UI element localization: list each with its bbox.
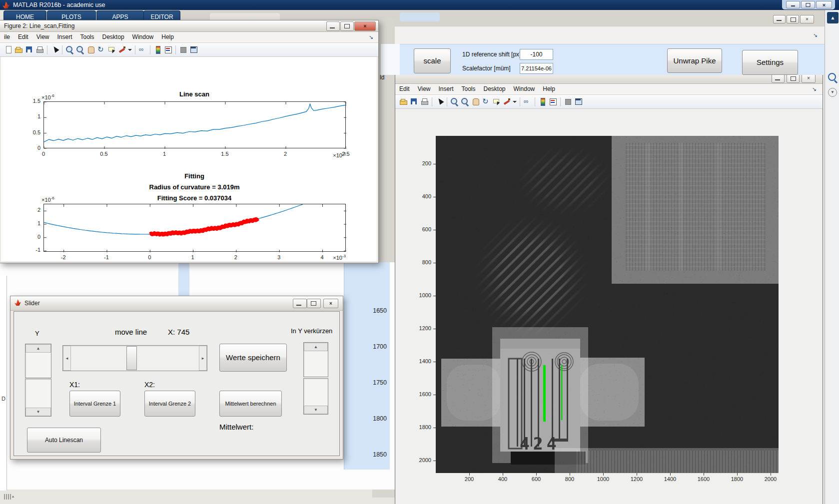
- figure2-close-button[interactable]: ×: [354, 21, 376, 31]
- dock-figure-icon[interactable]: [574, 97, 583, 106]
- zoom-in-icon[interactable]: [65, 45, 74, 54]
- menu-edit[interactable]: Edit: [395, 84, 414, 92]
- menu-tools[interactable]: Tools: [458, 84, 480, 92]
- cursor-arrow-icon[interactable]: [50, 45, 59, 54]
- right-figure-window: × ↘ EditViewInsertToolsDesktopWindowHelp: [395, 67, 823, 504]
- menu-insert[interactable]: Insert: [434, 84, 457, 92]
- docked-panel-strip[interactable]: D: [0, 276, 7, 491]
- menu-desktop[interactable]: Desktop: [480, 84, 510, 92]
- right-figure-close-button[interactable]: ×: [802, 74, 816, 83]
- settings-button[interactable]: Settings: [742, 50, 798, 75]
- insert-colorbar-icon[interactable]: [153, 45, 162, 54]
- menu-insert[interactable]: Insert: [53, 32, 76, 40]
- linescan-axes[interactable]: [43, 101, 346, 148]
- figure2-maximize-button[interactable]: [340, 21, 354, 31]
- menu-edit[interactable]: Edit: [14, 32, 32, 40]
- menu-help[interactable]: Help: [539, 84, 559, 92]
- x-tick-mark: [637, 473, 637, 476]
- menu-help[interactable]: Help: [157, 32, 178, 40]
- pan-hand-icon[interactable]: [471, 97, 480, 106]
- plot-browser-icon[interactable]: [178, 45, 188, 54]
- tick-label: 1200: [408, 325, 431, 331]
- zoom-out-icon[interactable]: [460, 97, 470, 106]
- print-icon[interactable]: [35, 45, 44, 54]
- slider-maximize-button[interactable]: [307, 299, 321, 308]
- menu-window[interactable]: Window: [510, 84, 539, 92]
- menu-ile[interactable]: ile: [0, 32, 14, 40]
- werte-speichern-button[interactable]: Werte speichern: [219, 344, 287, 372]
- print-icon[interactable]: [420, 97, 429, 106]
- save-icon[interactable]: [24, 45, 34, 54]
- menu-desktop[interactable]: Desktop: [98, 32, 128, 40]
- menu-tools[interactable]: Tools: [76, 32, 98, 40]
- plot-browser-icon[interactable]: [563, 97, 573, 106]
- move-line-slider[interactable]: ◂ ▸: [62, 345, 207, 371]
- brush-icon[interactable]: [502, 97, 512, 106]
- os-titlebar[interactable]: MATLAB R2016b - academic use ×: [0, 0, 839, 10]
- brush-icon[interactable]: [117, 45, 127, 54]
- right-figure-maximize-button[interactable]: [787, 74, 800, 83]
- slider-right-arrow[interactable]: ▸: [199, 346, 207, 371]
- slider-close-button[interactable]: ×: [323, 299, 338, 308]
- fitting-axes[interactable]: [43, 204, 346, 252]
- bg-window-minimize-button[interactable]: [773, 15, 786, 23]
- interval-grenze-1-button[interactable]: Interval Grenze 1: [69, 391, 120, 417]
- zoom-in-icon[interactable]: [450, 97, 459, 106]
- linescan-title: Line scan: [69, 90, 319, 98]
- open-folder-icon[interactable]: [399, 97, 408, 106]
- background-axis-list[interactable]: 16501700175018001850: [344, 262, 390, 470]
- auto-linescan-button[interactable]: Auto Linescan: [27, 428, 101, 453]
- dock-arrow-icon[interactable]: ↘: [369, 34, 373, 40]
- shorten-slider-up[interactable]: ▲: [303, 342, 328, 377]
- y-slider-up[interactable]: ▲: [25, 344, 51, 378]
- dropdown-arrow-icon[interactable]: [513, 97, 517, 106]
- mittelwert-berechnen-button[interactable]: Mittelwert berechnen: [219, 391, 282, 417]
- slider-left-arrow[interactable]: ◂: [63, 346, 71, 371]
- tick-label: 1800: [727, 476, 747, 482]
- dock-arrow-icon[interactable]: ↘: [813, 32, 818, 38]
- slider-thumb[interactable]: [126, 346, 137, 370]
- bg-window-maximize-button[interactable]: [787, 15, 799, 23]
- os-restore-button[interactable]: [801, 1, 815, 8]
- collapse-tab-icon[interactable]: ▲: [827, 12, 839, 23]
- zoom-out-icon[interactable]: [75, 45, 85, 54]
- insert-legend-icon[interactable]: [163, 45, 173, 54]
- scale-button[interactable]: scale: [414, 48, 451, 73]
- new-doc-icon[interactable]: [3, 45, 13, 54]
- insert-colorbar-icon[interactable]: [538, 97, 547, 106]
- rotate-3d-icon[interactable]: [96, 45, 106, 54]
- data-cursor-icon[interactable]: [492, 97, 501, 106]
- figure2-titlebar[interactable]: Figure 2: Line_scan,Fitting: [0, 20, 378, 32]
- chevron-down-circle-icon[interactable]: ▼: [828, 88, 837, 97]
- insert-legend-icon[interactable]: [548, 97, 558, 106]
- unwrap-pike-button[interactable]: Unwrap Pike: [667, 48, 722, 73]
- right-figure-minimize-button[interactable]: [772, 74, 785, 83]
- data-cursor-icon[interactable]: [107, 45, 116, 54]
- ref-shift-input[interactable]: [520, 49, 553, 60]
- link-plots-icon[interactable]: [138, 45, 147, 54]
- figure2-minimize-button[interactable]: [326, 21, 340, 31]
- os-minimize-button[interactable]: [786, 1, 800, 8]
- y-slider-down[interactable]: ▼: [25, 379, 51, 417]
- menu-view[interactable]: View: [414, 84, 435, 92]
- save-icon[interactable]: [409, 97, 419, 106]
- dropdown-arrow-icon[interactable]: [128, 45, 132, 54]
- wafer-image[interactable]: 424: [436, 136, 779, 473]
- slider-minimize-button[interactable]: [293, 299, 307, 308]
- link-plots-icon[interactable]: [523, 97, 532, 106]
- os-close-button[interactable]: ×: [816, 1, 832, 8]
- figure2-menubar: ↘ ileEditViewInsertToolsDesktopWindowHel…: [0, 32, 378, 43]
- statusbar-grip[interactable]: ▴: [4, 493, 14, 502]
- scalefactor-input[interactable]: [520, 63, 553, 74]
- pan-hand-icon[interactable]: [86, 45, 95, 54]
- menu-window[interactable]: Window: [128, 32, 158, 40]
- dock-figure-icon[interactable]: [189, 45, 198, 54]
- interval-grenze-2-button[interactable]: Interval Grenze 2: [144, 391, 195, 417]
- dock-arrow-icon[interactable]: ↘: [812, 86, 817, 92]
- menu-view[interactable]: View: [32, 32, 53, 40]
- cursor-arrow-icon[interactable]: [435, 97, 444, 106]
- bg-window-close-button[interactable]: ×: [800, 15, 814, 23]
- open-folder-icon[interactable]: [14, 45, 23, 54]
- shorten-slider-down[interactable]: ▼: [303, 378, 328, 415]
- rotate-3d-icon[interactable]: [481, 97, 491, 106]
